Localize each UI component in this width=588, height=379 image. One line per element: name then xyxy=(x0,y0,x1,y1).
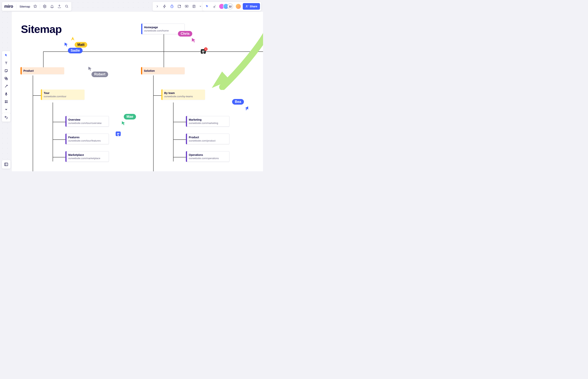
cursor-label-bea: Bea xyxy=(232,99,244,105)
node-marketplace[interactable]: Marketplace ourwebsite.com/marketplace xyxy=(65,151,109,162)
node-features[interactable]: Features ourwebsite.com/tour/features xyxy=(65,134,109,144)
panel-toggle[interactable] xyxy=(2,160,10,169)
svg-rect-13 xyxy=(5,163,8,166)
connector xyxy=(173,157,187,158)
svg-point-7 xyxy=(246,5,247,6)
cursor-label-sadie: Sadie xyxy=(68,48,83,53)
star-icon[interactable] xyxy=(32,3,39,10)
share-button[interactable]: Share xyxy=(243,3,260,10)
node-overview[interactable]: Overview ourwebsite.com/tour/overview xyxy=(65,116,109,127)
present-icon[interactable] xyxy=(183,3,190,10)
select-tool[interactable] xyxy=(3,52,10,59)
shape-tool[interactable] xyxy=(3,75,10,82)
cursor-arrow-icon xyxy=(71,36,75,41)
node-marketing[interactable]: Marketing ourwebsite.com/marketing xyxy=(186,116,229,127)
reactions-icon[interactable] xyxy=(211,3,218,10)
notes-icon[interactable] xyxy=(191,3,197,10)
more-icon[interactable] xyxy=(198,3,203,10)
avatar-overflow[interactable]: 12 xyxy=(227,3,233,9)
line-tool[interactable] xyxy=(3,83,10,90)
frame-icon[interactable] xyxy=(176,3,183,10)
node-byteam[interactable]: By team ourwebsite.com/by-teams xyxy=(161,90,205,100)
pen-tool[interactable] xyxy=(3,91,10,97)
divider xyxy=(16,4,16,9)
cursor-arrow-icon xyxy=(191,38,196,42)
cursor-label-robert: Robert xyxy=(92,72,108,77)
tool-rail xyxy=(2,51,10,114)
node-tour[interactable]: Tour ourwebsite.com/tour xyxy=(41,90,84,100)
topbar-left: miro Sitemap xyxy=(2,2,71,11)
page-title: Sitemap xyxy=(21,23,62,35)
connector xyxy=(53,157,66,158)
connector xyxy=(153,95,162,96)
svg-point-1 xyxy=(65,5,67,7)
avatar-group[interactable]: 12 xyxy=(218,3,234,9)
settings-icon[interactable] xyxy=(41,3,48,10)
node-solution[interactable]: Solution xyxy=(141,67,185,74)
connector xyxy=(53,122,66,122)
cursor-arrow-icon xyxy=(245,106,249,110)
svg-point-4 xyxy=(180,5,180,6)
cursor-label-matt: Matt xyxy=(75,42,87,47)
bolt-icon[interactable] xyxy=(161,3,168,10)
svg-point-0 xyxy=(44,6,45,7)
connector xyxy=(33,95,42,96)
cursor-label-mae: Mae xyxy=(124,114,136,120)
cursor-arrow-icon xyxy=(122,121,125,125)
connector xyxy=(53,139,66,140)
undo-button[interactable] xyxy=(3,114,10,121)
connector xyxy=(33,75,33,171)
node-product[interactable]: Product xyxy=(21,67,64,74)
cursor-arrow-icon xyxy=(64,42,68,47)
search-icon[interactable] xyxy=(63,3,70,10)
connector xyxy=(53,102,53,161)
sticky-tool[interactable] xyxy=(3,67,10,74)
connector xyxy=(173,139,187,140)
connector xyxy=(153,75,154,171)
connector xyxy=(43,51,44,67)
share-label: Share xyxy=(250,5,257,8)
timer-icon[interactable] xyxy=(168,3,175,10)
cursor-arrow-icon xyxy=(88,66,92,71)
more-tools[interactable] xyxy=(3,106,10,113)
divider xyxy=(40,4,40,9)
connector xyxy=(164,51,164,67)
bell-icon[interactable] xyxy=(48,3,56,10)
connector xyxy=(173,102,174,161)
frame-tool[interactable] xyxy=(3,98,10,105)
node-product-page[interactable]: Product ourwebsite.com/product xyxy=(186,134,229,144)
comment-icon[interactable] xyxy=(116,131,121,136)
avatar-me[interactable] xyxy=(235,3,241,9)
topbar-right: 12 Share xyxy=(203,2,261,11)
export-icon[interactable] xyxy=(56,3,63,10)
node-operations[interactable]: Operations ourwebsite.com/operations xyxy=(186,151,229,162)
cursor-label-chris: Chris xyxy=(178,31,192,36)
undo-rail xyxy=(2,113,10,122)
canvas[interactable]: Sitemap Homepage ourwebsite.com/home Pro… xyxy=(12,12,263,171)
cursor-mode-icon[interactable] xyxy=(204,3,211,10)
board-title[interactable]: Sitemap xyxy=(18,5,31,8)
topbar-center xyxy=(153,2,204,11)
chevron-right-icon[interactable] xyxy=(154,3,161,10)
text-tool[interactable] xyxy=(3,60,10,66)
connector xyxy=(164,33,164,52)
miro-logo[interactable]: miro xyxy=(3,4,15,9)
drawn-arrow xyxy=(203,32,263,90)
connector xyxy=(173,122,187,122)
